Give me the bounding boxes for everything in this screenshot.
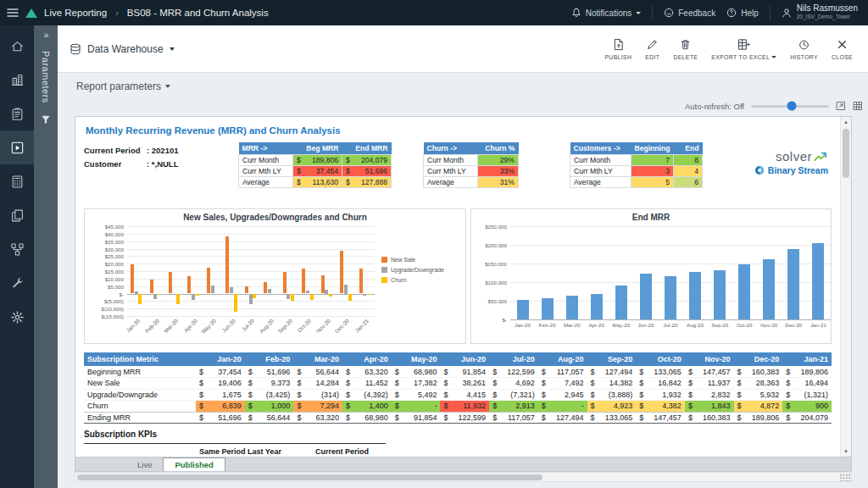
delete-button[interactable]: DELETE bbox=[666, 35, 704, 64]
legend-swatch bbox=[381, 257, 387, 263]
edit-label: EDIT bbox=[645, 54, 659, 60]
kpi-row: Average$113,630$127,888 bbox=[239, 177, 392, 188]
sidebar-item-organization[interactable] bbox=[0, 63, 34, 97]
value-cell: $127,494 bbox=[538, 412, 587, 424]
tab-published[interactable]: Published bbox=[163, 458, 225, 471]
gear-icon bbox=[10, 310, 25, 324]
sidebar-item-tasks[interactable] bbox=[0, 97, 34, 130]
y-tick-label: $15,000 bbox=[86, 269, 124, 274]
kpi-value-cell: 7 bbox=[632, 155, 674, 166]
parameters-panel[interactable]: » Parameters bbox=[34, 25, 58, 488]
history-button[interactable]: HISTORY bbox=[783, 35, 825, 64]
value-cell: $189,806 bbox=[782, 366, 832, 378]
sidebar-item-tools[interactable] bbox=[0, 266, 34, 300]
export-to-excel-button[interactable]: EXPORT TO EXCEL bbox=[704, 35, 783, 64]
kpi-value-cell: 3 bbox=[632, 166, 674, 177]
value-cell: $51,696 bbox=[196, 412, 245, 424]
menu-icon[interactable] bbox=[7, 8, 19, 18]
scroll-down-icon[interactable]: ▼ bbox=[841, 446, 851, 457]
chart-bar bbox=[738, 264, 750, 319]
expand-icon[interactable] bbox=[836, 101, 846, 111]
chart-bar bbox=[245, 286, 248, 293]
breadcrumb: Live Reporting › BS08 - MRR and Churn An… bbox=[7, 8, 269, 18]
value-cell: $63,320 bbox=[342, 366, 392, 378]
chart-bar bbox=[340, 251, 343, 293]
close-button[interactable]: CLOSE bbox=[825, 35, 860, 64]
x-tick-label: Jan-21 bbox=[349, 318, 369, 337]
slider-knob[interactable] bbox=[787, 102, 796, 111]
horizontal-scroll-thumb[interactable] bbox=[77, 474, 542, 480]
x-tick-label: Feb-20 bbox=[535, 322, 559, 328]
kpi-value-cell: 31% bbox=[478, 177, 519, 188]
vertical-scrollbar[interactable]: ▲ ▼ bbox=[840, 117, 851, 457]
report-tab-bar: LivePublished bbox=[75, 458, 852, 472]
value-cell: $56,644 bbox=[245, 412, 294, 424]
gridline bbox=[127, 271, 375, 272]
chart-bar bbox=[344, 285, 348, 294]
export-to-excel-label: EXPORT TO EXCEL bbox=[711, 54, 770, 60]
grid-icon[interactable] bbox=[853, 101, 863, 111]
gridline bbox=[510, 245, 831, 246]
sidebar-item-budgeting[interactable] bbox=[0, 164, 34, 198]
chart-bar bbox=[763, 259, 775, 319]
help-button[interactable]: Help bbox=[726, 8, 759, 18]
integrations-icon bbox=[10, 242, 25, 257]
horizontal-scrollbar[interactable] bbox=[75, 472, 852, 482]
tab-live[interactable]: Live bbox=[126, 458, 163, 471]
kpi-value-cell: $127,888 bbox=[342, 177, 392, 188]
chevron-down-icon bbox=[771, 56, 776, 58]
scroll-up-icon[interactable]: ▲ bbox=[841, 117, 851, 127]
sidebar-item-integrations[interactable] bbox=[0, 232, 34, 266]
vertical-scroll-thumb[interactable] bbox=[843, 129, 849, 178]
sidebar-item-documents[interactable] bbox=[0, 198, 34, 232]
table-row: New Sale$19,406$9,373$14,284$11,452$17,3… bbox=[84, 378, 832, 390]
report-icon bbox=[10, 141, 25, 155]
y-tick-label: $- bbox=[473, 317, 507, 323]
x-tick-label: May-20 bbox=[198, 318, 217, 337]
publish-button[interactable]: PUBLISH bbox=[598, 35, 638, 64]
report-meta: Current Period: 202101 Customer: *,NULL bbox=[84, 142, 228, 171]
legend-swatch bbox=[381, 267, 387, 273]
kpi-value-cell: 6 bbox=[674, 177, 703, 188]
feedback-button[interactable]: Feedback bbox=[664, 8, 715, 18]
notifications-button[interactable]: Notifications bbox=[571, 8, 641, 18]
x-tick-label: Jun-20 bbox=[216, 318, 236, 337]
sidebar-item-home[interactable] bbox=[0, 29, 34, 63]
chart-bar bbox=[291, 294, 294, 302]
chevron-down-icon bbox=[165, 85, 170, 88]
edit-button[interactable]: EDIT bbox=[638, 35, 666, 64]
gridline bbox=[127, 316, 375, 317]
history-label: HISTORY bbox=[790, 54, 818, 60]
kpi-row-label: Curr Mth LY bbox=[239, 166, 293, 177]
value-cell: $11,452 bbox=[342, 378, 392, 390]
x-tick-label: Nov-20 bbox=[757, 322, 782, 328]
collapse-chevrons-icon[interactable]: » bbox=[44, 30, 48, 40]
data-warehouse-dropdown[interactable]: Data Warehouse bbox=[70, 43, 175, 55]
auto-refresh-label: Auto-refresh: Off bbox=[685, 102, 744, 111]
history-icon bbox=[798, 38, 810, 51]
y-tick-label: $25,000 bbox=[86, 253, 124, 259]
y-tick-label: $- bbox=[86, 291, 124, 297]
column-header: Dec-20 bbox=[734, 352, 783, 366]
kpi-value-cell: 5 bbox=[632, 177, 674, 188]
x-tick-label: Oct-20 bbox=[292, 318, 312, 337]
value-cell: $1,400 bbox=[342, 401, 392, 413]
chart-bar bbox=[363, 294, 366, 296]
app-title[interactable]: Live Reporting bbox=[44, 8, 107, 18]
kpi-row: Average31% bbox=[424, 177, 519, 188]
user-menu[interactable]: Nils Rasmussen 20_ISV_Demo_Tower bbox=[782, 4, 858, 21]
sidebar-item-reporting[interactable] bbox=[0, 130, 34, 164]
legend-item: New Sale bbox=[381, 257, 444, 263]
sidebar-item-settings[interactable] bbox=[0, 300, 34, 334]
binary-stream-logo: Binary Stream bbox=[754, 165, 828, 175]
user-icon bbox=[782, 8, 792, 18]
kpi-row-label: Average bbox=[239, 177, 293, 188]
chart-bar bbox=[302, 269, 305, 294]
kpi-value-cell: $51,696 bbox=[342, 166, 392, 177]
auto-refresh-slider[interactable] bbox=[751, 105, 829, 108]
app-logo bbox=[25, 8, 37, 18]
chart-bar bbox=[135, 291, 138, 294]
auto-refresh-row: Auto-refresh: Off bbox=[685, 101, 863, 111]
report-parameters-dropdown[interactable]: Report parameters bbox=[76, 80, 170, 92]
x-tick-label: Sep-20 bbox=[708, 322, 732, 328]
